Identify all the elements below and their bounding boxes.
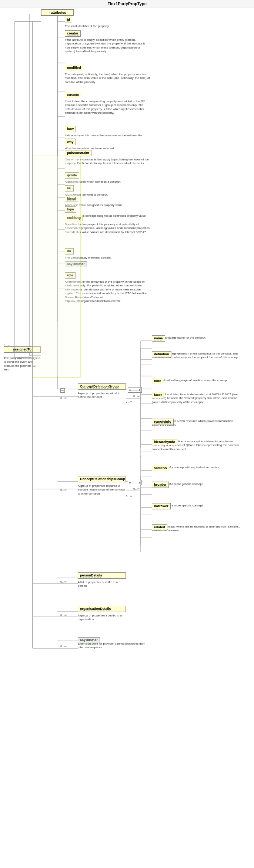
attr-why-name: why	[67, 140, 74, 144]
cdg-name: ConceptDefinitionGroup	[80, 385, 119, 389]
attr-creator-name: creator	[67, 31, 78, 36]
crg-narrower-container: narrower An identifier of a more specifi…	[152, 503, 241, 508]
attr-custom: custom	[65, 92, 81, 98]
crg-name: ConceptRelationshipsGroup	[80, 477, 125, 481]
crg-related-node: related	[152, 524, 167, 531]
cdg-note-desc: Additional natural language information …	[152, 379, 241, 382]
person-details-node: personDetails	[78, 572, 126, 579]
connector-box-1: —	[60, 388, 65, 393]
attr-modified-container: modified The date (and, optionally, the …	[65, 65, 150, 84]
person-details-desc: A list of properties specific to a perso…	[78, 581, 126, 588]
cdg-hierarchyinfo-label: hierarchyInfo	[154, 440, 175, 444]
cdg-definition-node: definition	[152, 351, 171, 357]
cdg-facet-container: facet In NAR 1.8 and later, facet is dep…	[152, 392, 241, 404]
cdg-note-node: note	[152, 378, 163, 384]
assignedTo-multiplicity: 0...∞	[4, 344, 10, 347]
crg-sameas-label: sameAs	[154, 466, 167, 470]
cdg-multiplicity-label: 0...∞	[133, 395, 140, 398]
crg-sameas-node: sameAs	[152, 465, 169, 471]
any-other-desc: Extension point for provider-defined pro…	[78, 642, 152, 650]
mult-org: 0...∞	[60, 613, 67, 617]
crg-narrower-node: narrower	[152, 503, 171, 509]
mult-crg: 0...∞	[60, 488, 67, 492]
cdg-note-container: note Additional natural language informa…	[152, 378, 241, 382]
attr-creator-desc: If the attribute is empty, specifies whi…	[65, 38, 150, 54]
attr-modified-desc: The date (and, optionally, the time) whe…	[65, 73, 150, 84]
person-details-label: personDetails	[80, 573, 102, 578]
crg-related-container: related A related concept, where the rel…	[152, 524, 241, 533]
attr-custom-name: custom	[67, 93, 79, 97]
crg-multiplicity: 0...∞	[126, 495, 132, 498]
org-details-label: organisationDetails	[80, 607, 111, 611]
concept-definition-group-node: ConceptDefinitionGroup	[78, 383, 126, 390]
attr-id: id	[65, 17, 72, 23]
assignedTo-name: assignedTo	[13, 347, 31, 352]
attr-how: how	[65, 126, 76, 132]
page-title: Flex1PartyPropType	[0, 0, 254, 7]
crg-related-label: related	[154, 525, 165, 529]
crg-desc: A group of properties required to indica…	[78, 484, 126, 496]
attr-id-container: id The local identifier of the property.	[65, 17, 146, 28]
cdg-hierarchyinfo-node: hierarchyInfo	[152, 439, 177, 445]
crg-broader-label: broader	[154, 483, 167, 487]
cdg-remoteinfo-container: remoteInfo A link to an item or a web re…	[152, 419, 241, 427]
cdg-facet-label: facet	[154, 393, 162, 397]
attr-modified-name: modified	[67, 66, 81, 70]
org-details-desc: A group of properties specific to an org…	[78, 614, 126, 622]
attr-id-desc: The local identifier of the property.	[65, 24, 146, 28]
cdg-name-node: name	[152, 335, 165, 342]
mult-cdg: 0...∞	[60, 396, 67, 400]
attr-custom-desc: If set to true the corresponding propert…	[65, 100, 150, 115]
attributes-label: ▪ attributes	[49, 11, 66, 14]
crg-broader-node: broader	[152, 482, 169, 488]
attributes-node: ▪ attributes	[41, 9, 74, 16]
crg-narrower-label: narrower	[154, 504, 168, 508]
mult-person: 0...∞	[60, 580, 67, 583]
crg-connector-symbol: ●——●	[128, 480, 142, 485]
cdg-hierarchyinfo-container: hierarchyInfo Represents the position of…	[152, 439, 241, 451]
any-other-container: any ##other 0...∞ Extension point for pr…	[78, 637, 152, 650]
crg-broader-container: broader An identifier of a more generic …	[152, 482, 241, 486]
cdg-name-label: name	[154, 336, 163, 340]
attr-id-name: id	[67, 18, 70, 22]
org-details-node: organisationDetails	[78, 606, 126, 612]
crg-multiplicity-label: 0...∞	[133, 487, 140, 490]
attr-modified: modified	[65, 65, 83, 71]
cdg-multiplicity: 0...∞	[126, 400, 132, 403]
cdg-definition-label: definition	[154, 352, 169, 356]
attr-why: why	[65, 139, 76, 145]
crg-node: ConceptRelationshipsGroup	[78, 476, 126, 482]
attr-creator-container: creator If the attribute is empty, speci…	[65, 30, 150, 54]
attr-creator: creator	[65, 30, 81, 37]
cdg-name-desc: A natural language name for the concept.	[152, 336, 241, 340]
cdg-remoteinfo-node: remoteInfo	[152, 419, 174, 425]
cdg-facet-node: facet	[152, 392, 164, 398]
any-other-multiplicity: 0...∞	[80, 638, 86, 641]
cdg-facet-desc: In NAR 1.8 and later, facet is deprecate…	[152, 393, 241, 404]
cdg-connector-symbol: ●——●	[128, 387, 142, 393]
main-group-box	[33, 156, 81, 378]
attr-why-container: why Why the metadata has been included.	[65, 139, 150, 150]
mult-any-other: 0...∞	[60, 645, 67, 648]
attr-custom-container: custom If set to true the corresponding …	[65, 92, 150, 115]
cdg-name-container: name A natural language name for the con…	[152, 335, 241, 340]
crg-sameas-container: sameAs An identifier of a concept with e…	[152, 465, 241, 469]
cdg-desc: A group of properties required to define…	[78, 392, 126, 399]
cdg-note-label: note	[154, 379, 161, 383]
attr-how-name: how	[67, 127, 74, 131]
attr-pubconstraint-name: pubconstraint	[67, 151, 89, 155]
cdg-remoteinfo-label: remoteInfo	[154, 420, 171, 424]
cdg-definition-container: definition A natural language definition…	[152, 351, 241, 360]
diagram-container: Flex1PartyPropType	[0, 0, 254, 868]
